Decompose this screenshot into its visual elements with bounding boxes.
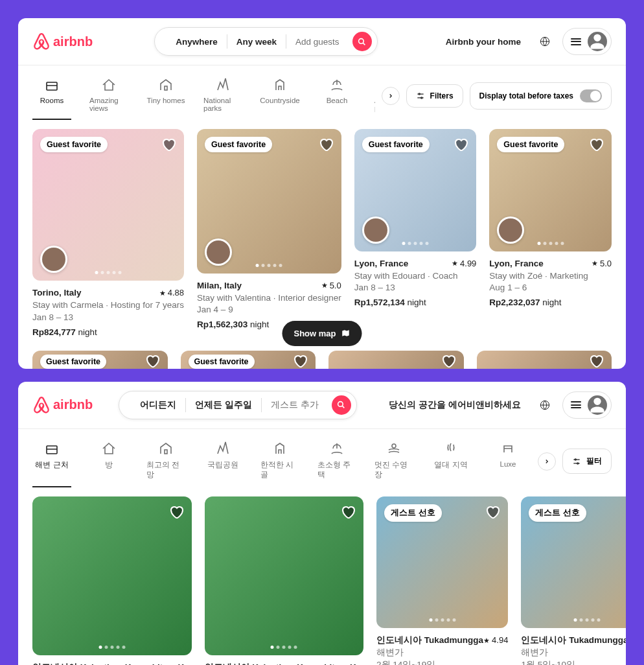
search-who[interactable]: 게스트 추가 [262,399,328,411]
host-link[interactable]: 당신의 공간을 에어비앤비하세요 [382,394,527,416]
listing-image[interactable] [205,496,364,656]
category-luxe[interactable]: Luxe [489,436,527,487]
search-bar[interactable]: 어디든지 언제든 일주일 게스트 추가 [119,391,357,419]
listing-image[interactable]: Guest favorite [354,129,477,251]
favorite-button[interactable] [292,353,308,369]
user-menu[interactable] [562,28,612,55]
menu-icon [571,36,581,47]
favorite-button[interactable] [144,353,160,369]
category-countryside[interactable]: Countryside [260,72,299,120]
listing-card[interactable]: Guest favoriteLyon, France5.0Stay with Z… [489,129,612,339]
category-beach[interactable]: Beach [317,72,356,120]
tax-toggle[interactable]: Display total before taxes [470,82,612,110]
category-amazing-pools[interactable]: Amazing pools [374,72,375,120]
listing-card[interactable]: Guest favoriteTorino, Italy4.88Stay with… [32,129,184,339]
search-button[interactable] [332,395,351,415]
listing-image[interactable]: Guest favorite [181,351,316,369]
category-tiny-homes[interactable]: Tiny homes [146,72,185,120]
listing-image[interactable]: Guest favorite [197,129,341,274]
favorite-button[interactable] [453,137,468,152]
category-amazing-views[interactable]: Amazing views [89,72,128,120]
category-초소형-주택[interactable]: 초소형 주택 [317,436,356,487]
category-방[interactable]: 방 [89,436,128,487]
search-where[interactable]: Anywhere [167,37,227,47]
favorite-button[interactable] [168,504,184,520]
listing-card[interactable]: Guest favoriteLyon, France4.99Stay with … [354,129,477,339]
favorite-button[interactable] [485,504,500,520]
globe-icon [540,36,550,47]
listing-image[interactable] [32,496,192,656]
scroll-right-button[interactable] [382,87,400,105]
category-국립공원[interactable]: 국립공원 [203,436,242,487]
category-최고의-전망[interactable]: 최고의 전망 [146,436,185,487]
listing-rating: 4.94 [483,635,508,646]
category-label: 최고의 전망 [146,460,185,480]
listing-card[interactable]: 인도네시아 Kelanting, Kerambitan, K...943km 거… [32,496,192,665]
category-label: 해변 근처 [35,460,68,470]
listing-card[interactable]: 게스트 선호인도네시아 Tukadmungga4.94해변가1월 5일~10일₩… [521,496,626,665]
listing-card[interactable]: 인도네시아 Kelanting, Kerambitan, K...943km 거… [205,496,364,665]
listing-card[interactable]: Guest favorite [181,351,316,369]
listing-image[interactable]: Guest favorite [32,351,168,369]
favorite-button[interactable] [161,137,176,152]
search-button[interactable] [352,32,372,51]
guest-favorite-badge: Guest favorite [497,137,564,152]
search-when[interactable]: Any week [227,37,286,47]
user-menu[interactable] [562,391,612,419]
listing-dates: Aug 1 – 6 [489,282,612,294]
category-열대-지역[interactable]: 열대 지역 [431,436,470,487]
listing-card[interactable] [477,351,612,369]
category-row: 해변 근처방최고의 전망국립공원한적한 시골초소형 주택멋진 수영장열대 지역L… [18,429,626,487]
host-link[interactable]: Airbnb your home [439,32,527,52]
listing-image[interactable] [328,351,464,369]
listing-image[interactable]: Guest favorite [32,129,184,281]
listing-dates: Jan 8 – 13 [32,312,184,324]
listing-location: 인도네시아 Tukadmungga [376,635,483,647]
category-한적한-시골[interactable]: 한적한 시골 [260,436,299,487]
favorite-button[interactable] [318,137,334,152]
show-map-button[interactable]: Show map [282,321,362,346]
category-rooms[interactable]: Rooms [32,72,71,120]
language-button[interactable] [534,394,556,416]
category-icon [101,441,117,456]
category-멋진-수영장[interactable]: 멋진 수영장 [374,436,413,487]
listing-location: 인도네시아 Kelanting, Kerambitan, K... [32,662,192,665]
listing-price: Rp1,572,134 night [354,294,477,309]
filters-button[interactable]: 필터 [562,449,612,474]
listing-subtitle: 해변가 [376,647,508,659]
listing-card[interactable]: Guest favorite [32,351,168,369]
menu-icon [571,400,581,410]
scroll-right-button[interactable] [538,452,556,471]
logo-text: airbnb [53,34,93,49]
search-where[interactable]: 어디든지 [131,399,185,411]
listing-card[interactable]: 게스트 선호인도네시아 Tukadmungga4.94해변가2월 14일~19일… [376,496,508,665]
listing-image[interactable] [477,351,612,369]
listing-card[interactable] [328,351,464,369]
search-bar[interactable]: Anywhere Any week Add guests [154,27,377,56]
filters-button[interactable]: Filters [406,84,463,108]
listing-rating: 4.99 [452,258,476,270]
category-label: 국립공원 [207,460,238,470]
filter-icon [572,457,581,466]
language-button[interactable] [534,30,556,52]
listing-dates: 2월 14일~19일 [376,659,508,665]
listing-image[interactable]: Guest favorite [489,129,612,251]
logo[interactable]: airbnb [32,32,93,51]
favorite-button[interactable] [588,137,604,152]
favorite-button[interactable] [340,504,356,520]
listing-subtitle: 해변가 [521,647,626,659]
category-national-parks[interactable]: National parks [203,72,242,120]
listing-card[interactable]: Guest favoriteMilan, Italy5.0Stay with V… [197,129,341,339]
airbnb-logo-icon [32,396,51,414]
logo[interactable]: airbnb [32,396,93,414]
svg-rect-14 [47,446,57,454]
listing-image[interactable]: 게스트 선호 [376,496,508,628]
search-who[interactable]: Add guests [286,37,349,47]
category-row: RoomsAmazing viewsTiny homesNational par… [18,65,626,120]
search-when[interactable]: 언제든 일주일 [186,399,261,411]
listing-image[interactable]: 게스트 선호 [521,496,626,628]
favorite-button[interactable] [588,353,604,369]
category-해변-근처[interactable]: 해변 근처 [32,436,71,487]
host-avatar [205,239,232,266]
favorite-button[interactable] [441,353,456,369]
